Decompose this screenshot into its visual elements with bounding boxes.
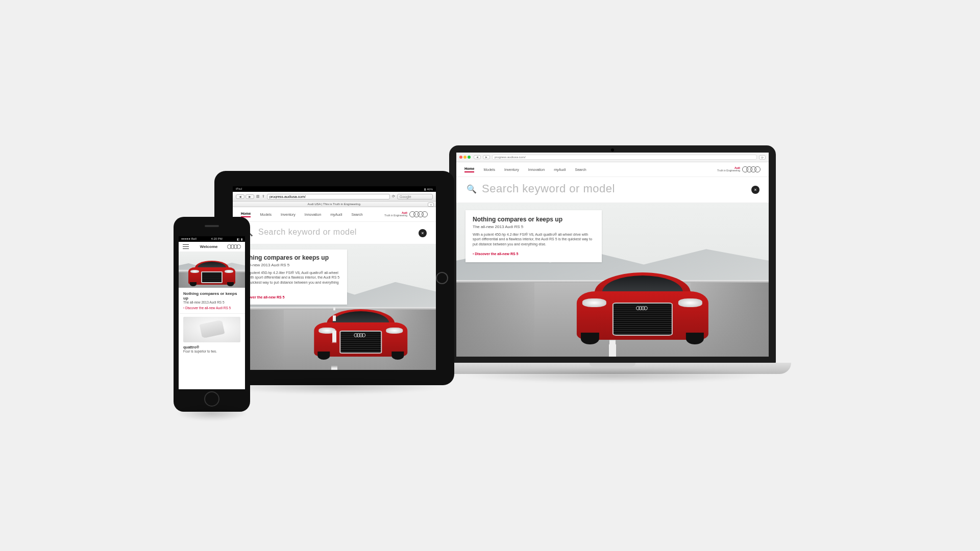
browser-chrome: ◄ ► progress.audiusa.com/ ⟳ xyxy=(456,153,769,162)
hero-subtitle: The all-new 2013 Audi RS 5 xyxy=(183,300,240,304)
car-image xyxy=(568,272,718,344)
search-input[interactable]: Search keyword or model xyxy=(482,182,615,195)
home-button[interactable] xyxy=(204,391,219,407)
home-button[interactable] xyxy=(436,272,448,284)
site-nav: Home Models Inventory Innovation myAudi … xyxy=(456,162,769,177)
nav-home[interactable]: Home xyxy=(241,212,251,217)
hero-card: Nothing compares or keeps up The all-new… xyxy=(465,210,602,262)
status-battery: ▮ 46% xyxy=(424,187,433,191)
search-input[interactable]: Search keyword or model xyxy=(258,228,357,237)
new-tab-button[interactable]: + xyxy=(428,203,434,207)
status-time: 4:20 PM xyxy=(211,237,222,241)
page-title: Welcome xyxy=(200,244,218,249)
status-bar: iPad ▮ 46% xyxy=(233,186,436,192)
address-bar[interactable]: progress.audiusa.com/ xyxy=(492,155,757,160)
secondary-section: quattro® Four is superior to two. xyxy=(179,314,245,389)
search-engine-field[interactable]: Google xyxy=(397,194,433,199)
car-image xyxy=(185,261,238,286)
search-bar[interactable]: 🔍 Search keyword or model × xyxy=(456,177,769,203)
nav-inventory[interactable]: Inventory xyxy=(281,213,296,216)
forward-button[interactable]: ► xyxy=(483,155,490,159)
audi-rings-icon xyxy=(409,211,428,217)
nav-search[interactable]: Search xyxy=(351,213,362,216)
bookmarks-icon[interactable]: ▥ xyxy=(256,194,260,198)
phone-device: ●●●●● Bell 4:20 PM ◧ ▮ Welcome xyxy=(174,217,250,412)
nav-innovation[interactable]: Innovation xyxy=(305,213,321,216)
site-nav: Home Models Inventory Innovation myAudi … xyxy=(233,207,436,222)
secondary-title: quattro® xyxy=(183,345,240,349)
status-carrier: iPad xyxy=(236,187,242,191)
speaker-icon xyxy=(205,225,219,227)
search-icon: 🔍 xyxy=(467,184,477,194)
back-button[interactable]: ◄ xyxy=(474,155,481,159)
hero-section: Nothing compares or keeps up The all-new… xyxy=(456,203,769,357)
brand-logo[interactable]: AudiTruth in Engineering xyxy=(384,211,428,217)
secondary-subtitle: Four is superior to two. xyxy=(183,349,240,353)
reload-button[interactable]: ⟳ xyxy=(759,155,766,160)
phone-screen: ●●●●● Bell 4:20 PM ◧ ▮ Welcome xyxy=(179,236,245,389)
device-showcase: ◄ ► progress.audiusa.com/ ⟳ Home Models … xyxy=(97,59,883,492)
hero-cta-link[interactable]: Discover the all-new Audi RS 5 xyxy=(183,306,231,310)
tab-title: Audi USA | This is Truth in Engineering. xyxy=(308,203,361,206)
browser-tab[interactable]: Audi USA | This is Truth in Engineering.… xyxy=(233,202,436,207)
hero-section xyxy=(179,252,245,288)
laptop-device: ◄ ► progress.audiusa.com/ ⟳ Home Models … xyxy=(449,145,776,374)
nav-models[interactable]: Models xyxy=(260,213,272,216)
nav-models[interactable]: Models xyxy=(483,168,495,171)
search-bar[interactable]: 🔍 Search keyword or model × xyxy=(233,222,436,244)
status-icons: ◧ ▮ xyxy=(237,237,242,241)
hero-title: Nothing compares or keeps up xyxy=(239,255,341,262)
browser-chrome: ◄ ► ▥ ⇪ ⟳ Google xyxy=(233,192,436,202)
camera-icon xyxy=(611,148,614,152)
hero-title: Nothing compares or keeps up xyxy=(473,216,595,223)
hero-card: Nothing compares or keeps up The all-new… xyxy=(179,288,245,314)
back-button[interactable]: ◄ xyxy=(236,194,244,199)
forward-button[interactable]: ► xyxy=(246,194,254,199)
tablet-screen: iPad ▮ 46% ◄ ► ▥ ⇪ ⟳ Google Audi USA | T… xyxy=(233,186,436,370)
nav-search[interactable]: Search xyxy=(575,168,586,171)
hero-title: Nothing compares or keeps up xyxy=(183,291,240,300)
traffic-lights-icon xyxy=(459,156,472,159)
nav-myaudi[interactable]: myAudi xyxy=(554,168,566,171)
status-bar: ●●●●● Bell 4:20 PM ◧ ▮ xyxy=(179,236,245,242)
mobile-header: Welcome xyxy=(179,242,245,252)
reload-button[interactable]: ⟳ xyxy=(392,194,395,198)
status-carrier: ●●●●● Bell xyxy=(181,237,197,241)
brand-logo[interactable]: AudiTruth in Engineering xyxy=(717,166,761,172)
close-icon[interactable]: × xyxy=(751,186,760,194)
close-icon[interactable]: × xyxy=(419,229,427,237)
hero-section: Nothing compares or keeps up The all-new… xyxy=(233,244,436,370)
hero-body: With a potent 450-hp 4.2-liter FSI® V8, … xyxy=(239,270,341,290)
audi-rings-icon xyxy=(742,166,761,172)
nav-inventory[interactable]: Inventory xyxy=(504,168,519,171)
tablet-device: iPad ▮ 46% ◄ ► ▥ ⇪ ⟳ Google Audi USA | T… xyxy=(214,171,454,385)
hero-subtitle: The all-new 2013 Audi RS 5 xyxy=(239,263,341,267)
nav-home[interactable]: Home xyxy=(464,167,474,172)
menu-icon[interactable] xyxy=(183,244,189,249)
car-image xyxy=(308,309,413,360)
address-bar[interactable] xyxy=(267,194,390,199)
hero-subtitle: The all-new 2013 Audi RS 5 xyxy=(473,224,595,229)
nav-myaudi[interactable]: myAudi xyxy=(330,213,342,216)
hero-cta-link[interactable]: Discover the all-new RS 5 xyxy=(473,252,518,256)
share-icon[interactable]: ⇪ xyxy=(262,194,265,198)
hero-body: With a potent 450-hp 4.2-liter FSI® V8, … xyxy=(473,232,595,246)
audi-rings-icon[interactable] xyxy=(229,244,241,249)
laptop-screen: ◄ ► progress.audiusa.com/ ⟳ Home Models … xyxy=(456,153,769,357)
nav-innovation[interactable]: Innovation xyxy=(528,168,545,171)
secondary-image xyxy=(183,317,240,342)
